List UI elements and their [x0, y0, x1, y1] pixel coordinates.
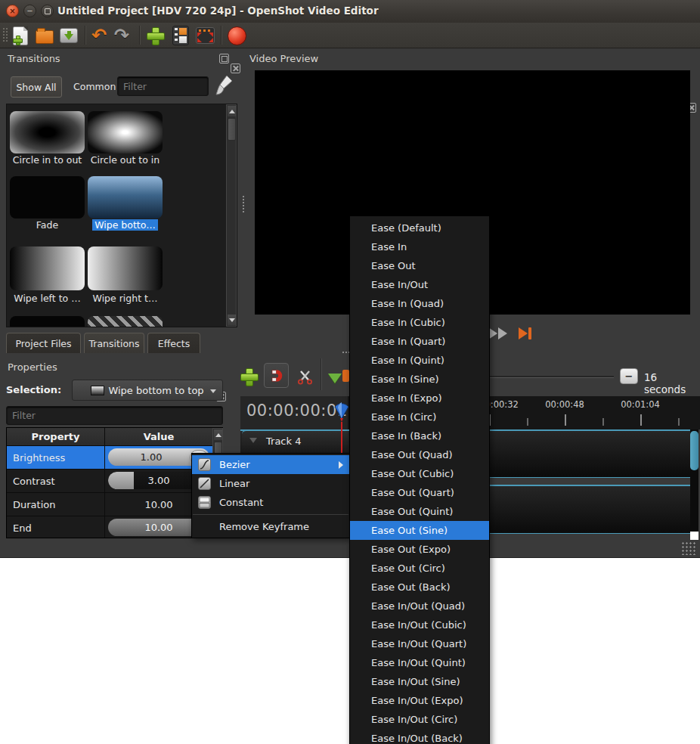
- razor-tool-button[interactable]: [295, 367, 314, 386]
- menu-item-ease[interactable]: Ease In (Expo): [350, 389, 489, 408]
- menu-item-remove-keyframe[interactable]: Remove Keyframe: [192, 517, 349, 536]
- jump-end-button[interactable]: [519, 327, 531, 339]
- menu-item-ease[interactable]: Ease In/Out (Expo): [350, 691, 489, 710]
- window-close-button[interactable]: ×: [6, 5, 19, 17]
- redo-button[interactable]: ↷: [112, 26, 132, 45]
- value-text: 3.00: [148, 475, 170, 486]
- undo-button[interactable]: ↶: [89, 26, 109, 45]
- menu-item-ease[interactable]: Ease In/Out (Quint): [350, 653, 489, 672]
- menu-item-ease[interactable]: Ease Out (Circ): [350, 559, 489, 578]
- table-row-duration[interactable]: Duration 10.00: [7, 493, 212, 516]
- export-frame-button[interactable]: [195, 26, 215, 45]
- clear-filter-brush-icon[interactable]: [215, 74, 234, 97]
- transition-label[interactable]: Fade: [8, 219, 86, 231]
- scissors-icon: [297, 369, 313, 385]
- menu-item-constant[interactable]: Constant: [192, 493, 349, 512]
- menu-item-ease[interactable]: Ease In/Out: [350, 275, 489, 294]
- plus-icon: [240, 368, 257, 385]
- title-editor-button[interactable]: [171, 26, 190, 45]
- new-project-button[interactable]: [11, 26, 30, 45]
- transition-label[interactable]: Circle in to out: [8, 154, 86, 166]
- menu-item-ease[interactable]: Ease Out (Back): [350, 578, 489, 597]
- zoom-out-button[interactable]: −: [620, 368, 638, 384]
- window-resize-grip[interactable]: [681, 541, 696, 555]
- properties-table: Property Value Brightness 1.00 Contrast …: [6, 427, 223, 538]
- table-row-brightness[interactable]: Brightness 1.00: [7, 446, 212, 470]
- menu-item-ease[interactable]: Ease In (Circ): [350, 408, 489, 426]
- add-media-button[interactable]: [145, 26, 165, 45]
- menu-item-ease[interactable]: Ease In/Out (Quart): [350, 634, 489, 653]
- panel-close-icon[interactable]: [231, 64, 240, 73]
- menu-item-ease[interactable]: Ease In/Out (Sine): [350, 672, 489, 691]
- header-property[interactable]: Property: [7, 428, 105, 445]
- maximize-icon: [45, 8, 51, 14]
- vertical-splitter-handle[interactable]: [242, 195, 246, 213]
- playhead-marker-icon[interactable]: [333, 400, 351, 423]
- menu-item-ease[interactable]: Ease In/Out (Quad): [350, 597, 489, 615]
- transition-label-selected[interactable]: Wipe botto…: [86, 219, 164, 231]
- menu-item-ease[interactable]: Ease Out (Cubic): [350, 464, 489, 483]
- transition-label[interactable]: Wipe left to …: [8, 293, 86, 304]
- menu-item-ease[interactable]: Ease In/Out (Back): [350, 729, 489, 744]
- transitions-filter-input[interactable]: [117, 76, 209, 96]
- window-minimize-button[interactable]: −: [23, 5, 36, 17]
- menu-item-ease[interactable]: Ease In (Quint): [350, 351, 489, 370]
- selection-dropdown[interactable]: Wipe bottom to top: [72, 380, 223, 401]
- menu-item-ease[interactable]: Ease In (Cubic): [350, 313, 489, 332]
- menu-item-bezier[interactable]: Bezier: [192, 455, 349, 474]
- menu-item-ease[interactable]: Ease Out (Quad): [350, 445, 489, 464]
- menu-item-ease[interactable]: Ease In: [350, 237, 489, 256]
- transition-thumb-wipe-right[interactable]: [88, 246, 163, 290]
- snapping-toggle-button[interactable]: [264, 363, 289, 388]
- menu-item-linear[interactable]: Linear: [192, 474, 349, 493]
- transition-thumb-partial-stripes[interactable]: [88, 316, 163, 327]
- timeline-scrollbar-thumb[interactable]: [690, 431, 698, 470]
- transition-thumb-partial[interactable]: [10, 316, 85, 327]
- transition-thumb-wipe-left[interactable]: [10, 246, 85, 290]
- transition-label[interactable]: Wipe right t…: [86, 293, 164, 304]
- open-project-button[interactable]: [35, 26, 54, 45]
- common-button[interactable]: Common: [70, 76, 119, 96]
- menu-item-ease-out-sine-highlighted[interactable]: Ease Out (Sine): [350, 521, 489, 540]
- transition-thumb-fade[interactable]: [10, 176, 85, 219]
- scroll-up-arrow[interactable]: [214, 429, 222, 440]
- tab-transitions[interactable]: Transitions: [84, 333, 144, 353]
- table-row-contrast[interactable]: Contrast 3.00: [7, 470, 212, 493]
- header-value[interactable]: Value: [105, 428, 212, 445]
- scroll-up-arrow[interactable]: [228, 106, 236, 116]
- scrollbar-thumb[interactable]: [228, 118, 236, 141]
- transition-label[interactable]: Circle out to in: [86, 154, 164, 166]
- transition-thumb-circle-out[interactable]: [88, 111, 163, 153]
- menu-item-ease[interactable]: Ease Out: [350, 256, 489, 275]
- show-all-button[interactable]: Show All: [11, 76, 62, 98]
- transition-thumb-wipe-bottom-selected[interactable]: [88, 176, 163, 219]
- menu-item-ease[interactable]: Ease In/Out (Cubic): [350, 615, 489, 634]
- track-collapse-icon[interactable]: [249, 438, 257, 443]
- transition-thumb-circle-in[interactable]: [10, 111, 85, 153]
- tab-effects[interactable]: Effects: [147, 333, 200, 353]
- transitions-scrollbar[interactable]: [226, 104, 237, 327]
- scroll-down-arrow[interactable]: [228, 315, 236, 325]
- menu-item-ease[interactable]: Ease Out (Expo): [350, 540, 489, 559]
- save-project-button[interactable]: [59, 26, 79, 45]
- next-marker-icon[interactable]: [342, 370, 349, 382]
- menu-item-ease[interactable]: Ease Out (Quint): [350, 502, 489, 521]
- menu-item-ease[interactable]: Ease In (Sine): [350, 370, 489, 389]
- menu-item-ease[interactable]: Ease In (Quad): [350, 294, 489, 313]
- track-name: Track 4: [266, 436, 301, 447]
- menu-item-ease[interactable]: Ease In/Out (Circ): [350, 710, 489, 729]
- menu-item-ease[interactable]: Ease In (Quart): [350, 332, 489, 351]
- window-maximize-button[interactable]: [41, 5, 54, 17]
- properties-filter-input[interactable]: [6, 406, 223, 425]
- add-track-button[interactable]: [239, 367, 259, 386]
- tab-project-files[interactable]: Project Files: [6, 333, 81, 353]
- menu-item-ease[interactable]: Ease (Default): [350, 219, 489, 237]
- export-video-button[interactable]: [227, 26, 246, 45]
- panel-float-icon[interactable]: [219, 54, 229, 64]
- table-row-end[interactable]: End 10.00: [7, 516, 212, 538]
- ruler-tick-minor: [602, 418, 604, 426]
- menu-item-ease[interactable]: Ease In (Back): [350, 426, 489, 445]
- menu-item-ease[interactable]: Ease Out (Quart): [350, 483, 489, 502]
- fast-forward-button[interactable]: [488, 327, 507, 339]
- toolbar-grip[interactable]: [2, 27, 8, 43]
